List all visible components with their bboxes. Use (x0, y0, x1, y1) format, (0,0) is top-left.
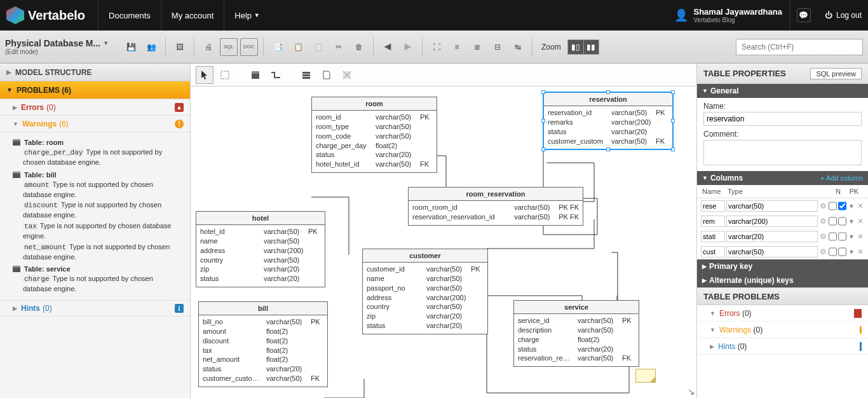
paste-icon[interactable]: 📋 (289, 38, 307, 56)
nav-help[interactable]: Help ▼ (224, 0, 269, 31)
columns-section[interactable]: ▼Columns+ Add column (697, 171, 868, 185)
gear-icon[interactable]: ⚙ (819, 217, 827, 226)
new-view-tool[interactable] (297, 66, 315, 84)
delete-icon[interactable]: ✕ (857, 247, 864, 256)
col-nullable-checkbox[interactable] (829, 247, 837, 256)
col-type-input[interactable] (726, 200, 818, 212)
search-input[interactable] (736, 39, 863, 55)
align-right-icon[interactable]: ⊟ (489, 38, 506, 56)
chevron-down-icon[interactable]: ▾ (848, 247, 855, 256)
warning-line: charge Type is not supported by chosen d… (23, 274, 184, 294)
chevron-down-icon[interactable]: ▾ (848, 232, 855, 241)
resize-corner-icon[interactable]: ↘ (688, 387, 695, 397)
chevron-down-icon[interactable]: ▾ (848, 217, 855, 226)
table-room[interactable]: room room_idvarchar(50)PKroom_typevarcha… (311, 97, 437, 173)
comment-input[interactable] (703, 140, 862, 165)
name-input[interactable] (703, 112, 862, 126)
select-area-tool[interactable] (216, 66, 234, 84)
table-room-reservation[interactable]: room_reservation room_room_idvarchar(50)… (408, 187, 583, 226)
tp-warnings-row[interactable]: ▼Warnings (0)! (697, 322, 868, 338)
warning-table-bill[interactable]: Table: bill (13, 171, 184, 179)
add-column-button[interactable]: + Add column (820, 174, 863, 182)
table-bill[interactable]: bill bill_novarchar(50)PKamountfloat(2)d… (198, 301, 328, 387)
col-type-input[interactable] (726, 231, 818, 242)
primary-key-section[interactable]: ▶Primary key (697, 259, 868, 273)
new-note-tool[interactable] (318, 66, 336, 84)
col-nullable-checkbox[interactable] (829, 217, 837, 226)
delete-icon[interactable]: ✕ (857, 202, 864, 210)
column-row[interactable]: ⚙▾✕ (697, 229, 868, 244)
col-nullable-checkbox[interactable] (829, 232, 837, 241)
column-row[interactable]: ⚙▾✕ (697, 214, 868, 229)
chevron-right-icon: ▶ (13, 305, 17, 312)
column-row[interactable]: ⚙▾✕ (697, 198, 868, 214)
col-nullable-checkbox[interactable] (829, 202, 837, 210)
nav-myaccount[interactable]: My account (161, 0, 224, 31)
align-left-icon[interactable]: ≡ (448, 38, 466, 56)
chevron-down-icon[interactable]: ▾ (848, 202, 855, 210)
doc-icon[interactable]: DOC (240, 38, 258, 56)
col-pk-checkbox[interactable] (838, 247, 846, 256)
note-stub[interactable] (635, 369, 656, 383)
new-reference-tool[interactable] (267, 66, 285, 84)
zoom-fit2[interactable]: ▮▮ (583, 40, 599, 54)
errors-row[interactable]: ▶Errors(0)▲ (0, 99, 190, 116)
sql-preview-button[interactable]: SQL preview (810, 68, 862, 79)
model-structure-header[interactable]: ▶MODEL STRUCTURE (0, 64, 190, 81)
col-name-input[interactable] (701, 216, 725, 227)
gear-icon[interactable]: ⚙ (819, 202, 827, 210)
sql-icon[interactable]: SQL (220, 38, 238, 56)
redo-icon[interactable]: ► (399, 38, 417, 56)
nav-documents[interactable]: Documents (98, 0, 161, 31)
col-type-input[interactable] (726, 216, 818, 227)
col-name-input[interactable] (701, 200, 725, 212)
zoom-fit1[interactable]: ▮▯ (568, 40, 583, 54)
chevron-right-icon: ▶ (710, 343, 714, 350)
pointer-tool[interactable] (196, 66, 214, 84)
col-pk-checkbox[interactable] (838, 232, 846, 241)
logo[interactable]: Vertabelo (6, 6, 98, 24)
tp-hints-row[interactable]: ▶Hints (0)i (697, 338, 868, 355)
distribute-icon[interactable]: ↹ (509, 38, 527, 56)
problems-header[interactable]: ▼PROBLEMS (6) (0, 81, 190, 99)
hints-row[interactable]: ▶Hints(0)i (0, 300, 190, 317)
user-block[interactable]: 👤 Shamal Jayawardhana Vertabelo Blog (674, 0, 790, 31)
logout-button[interactable]: ⏻ Log out (817, 11, 862, 20)
warning-table-service[interactable]: Table: service (13, 265, 184, 273)
tp-errors-row[interactable]: ▼Errors (0)▲ (697, 305, 868, 322)
canvas[interactable]: room room_idvarchar(50)PKroom_typevarcha… (191, 86, 696, 398)
copy-icon[interactable]: 📑 (269, 38, 287, 56)
delete-icon[interactable]: ✕ (857, 232, 864, 241)
image-icon[interactable]: 🖼 (171, 38, 189, 56)
table-reservation[interactable]: reservation reservation_idvarchar(50)PKr… (543, 92, 674, 150)
column-row[interactable]: ⚙▾✕ (697, 244, 868, 259)
share-icon[interactable]: 👥 (142, 38, 160, 56)
undo-icon[interactable]: ◄ (379, 38, 397, 56)
expand-icon[interactable]: ⛶ (428, 38, 445, 56)
col-pk-checkbox[interactable] (838, 202, 846, 210)
align-center-icon[interactable]: ≣ (468, 38, 486, 56)
gear-icon[interactable]: ⚙ (819, 247, 827, 256)
col-name-input[interactable] (701, 231, 725, 242)
paste2-icon[interactable]: 📋 (309, 38, 327, 56)
alternate-keys-section[interactable]: ▶Alternate (unique) keys (697, 273, 868, 287)
cut-icon[interactable]: ✂ (330, 38, 348, 56)
notification-icon[interactable]: 💬 (797, 8, 811, 22)
col-type-input[interactable] (726, 246, 818, 257)
warning-table-room[interactable]: Table: room (13, 139, 184, 146)
document-title[interactable]: Physical Database M...▼ (Edit mode) (5, 38, 119, 55)
gear-icon[interactable]: ⚙ (819, 232, 827, 241)
save-icon[interactable]: 💾 (122, 38, 140, 56)
warnings-row[interactable]: ▼Warnings(6)! (0, 116, 190, 132)
table-hotel[interactable]: hotel hotel_idvarchar(50)PKnamevarchar(5… (196, 211, 325, 287)
new-area-tool[interactable] (338, 66, 356, 84)
general-section[interactable]: ▼General (697, 84, 868, 98)
new-table-tool[interactable] (247, 66, 264, 84)
col-pk-checkbox[interactable] (838, 217, 846, 226)
print-icon[interactable]: 🖨 (200, 38, 217, 56)
delete-icon[interactable]: 🗑 (350, 38, 368, 56)
col-name-input[interactable] (701, 246, 725, 257)
table-customer[interactable]: customer customer_idvarchar(50)PKnamevar… (362, 249, 488, 334)
delete-icon[interactable]: ✕ (857, 217, 864, 226)
table-service[interactable]: service service_idvarchar(50)PKdescripti… (513, 300, 639, 367)
